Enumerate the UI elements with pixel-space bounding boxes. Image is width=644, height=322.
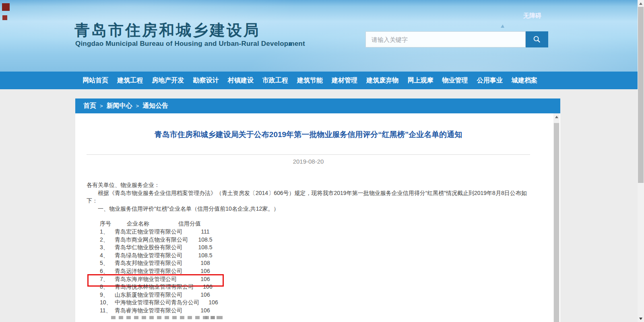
nav-item-1[interactable]: 建筑工程 — [117, 76, 143, 85]
search-icon — [533, 35, 541, 44]
nav-item-11[interactable]: 公用事业 — [477, 76, 503, 85]
company-table-body: 1、青岛宏正物业管理有限公司1112、青岛市商业网点物业有限公司108.53、青… — [100, 228, 530, 315]
cell-name: 青岛远洋物业管理有限公司 — [115, 267, 191, 275]
cell-no: 2、 — [100, 236, 115, 244]
decor-red-square-2 — [2, 15, 7, 20]
nav-item-9[interactable]: 网上观摩 — [407, 76, 433, 85]
paragraph: 根据《青岛市物业服务企业信用档案管理办法》（青土资房发〔2014〕606号）规定… — [87, 189, 530, 205]
article-body: 各有关单位、物业服务企业： 根据《青岛市物业服务企业信用档案管理办法》（青土资房… — [87, 181, 530, 213]
nav-item-7[interactable]: 建材管理 — [332, 76, 357, 85]
nav-item-3[interactable]: 勘察设计 — [193, 76, 219, 85]
cell-name: 中海物业管理有限公司青岛分公司 — [115, 299, 199, 307]
main-nav: 网站首页建筑工程房地产开发勘察设计村镇建设市政工程建筑节能建材管理建筑废弃物网上… — [83, 72, 537, 89]
cell-score: 106 — [191, 291, 219, 299]
cell-name: 青岛海悦东林物业管理有限公司 — [115, 283, 194, 291]
cell-score: 106 — [194, 283, 222, 291]
breadcrumb: 首页>新闻中心>通知公告 — [75, 98, 560, 113]
table-row: 9、山东新厦物业管理有限公司106 — [100, 291, 530, 299]
decor-sailboat-2 — [501, 25, 504, 28]
accessibility-link[interactable]: 无障碍 — [523, 12, 541, 20]
table-row: 8、青岛海悦东林物业管理有限公司106 — [100, 283, 530, 291]
site-subtitle: Qingdao Municipal Bureau of Housing and … — [75, 40, 305, 48]
cell-score: 108.5 — [191, 252, 219, 260]
nav-item-0[interactable]: 网站首页 — [83, 76, 108, 85]
nav-item-12[interactable]: 城建档案 — [512, 76, 537, 85]
cell-score: 108.5 — [191, 244, 219, 252]
page-scrollbar[interactable] — [638, 0, 644, 322]
breadcrumb-item-0[interactable]: 首页 — [83, 102, 96, 110]
paragraph: 一、物业服务信用评价“红榜”企业名单（信用分值前10名企业,共12家。） — [87, 205, 530, 213]
breadcrumb-item-1[interactable]: 新闻中心 — [107, 102, 132, 110]
cell-name: 青岛睿海物业管理有限公司 — [115, 307, 191, 315]
nav-item-6[interactable]: 建筑节能 — [297, 76, 323, 85]
search-input[interactable] — [365, 31, 526, 47]
table-row: 4、青岛绿岛物业管理有限公司108.5 — [100, 252, 530, 260]
cell-no: 3、 — [100, 244, 115, 252]
article-date: 2019-08-20 — [87, 158, 530, 166]
cell-name: 山东新厦物业管理有限公司 — [115, 291, 191, 299]
scroll-up-icon[interactable] — [638, 0, 644, 7]
nav-item-4[interactable]: 村镇建设 — [228, 76, 254, 85]
table-row: 5、青岛友邦物业管理有限公司108 — [100, 259, 530, 267]
cell-score: 106 — [191, 275, 219, 283]
site-title: 青岛市住房和城乡建设局 — [74, 20, 260, 41]
cell-no: 4、 — [100, 252, 115, 260]
table-row-clipped — [100, 315, 530, 322]
cell-no: 8、 — [100, 283, 115, 291]
cell-name: 青岛宏正物业管理有限公司 — [115, 228, 191, 236]
col-header-no: 序号 — [100, 220, 127, 228]
cell-score: 111 — [191, 228, 219, 236]
table-row: 2、青岛市商业网点物业有限公司108.5 — [100, 236, 530, 244]
cell-score: 106 — [199, 299, 227, 307]
cell-no: 11、 — [100, 307, 115, 315]
breadcrumb-item-2[interactable]: 通知公告 — [142, 102, 168, 110]
breadcrumb-separator: > — [100, 103, 103, 109]
nav-item-2[interactable]: 房地产开发 — [152, 76, 184, 85]
cell-score: 106 — [191, 267, 219, 275]
cell-name: 青岛友邦物业管理有限公司 — [115, 259, 191, 267]
col-header-name: 企业名称 — [127, 220, 178, 228]
cell-score: 106 — [191, 307, 219, 315]
table-row: 3、青岛华仁物业股份有限公司108.5 — [100, 244, 530, 252]
scroll-down-icon[interactable] — [638, 315, 644, 322]
article-panel: 青岛市住房和城乡建设局关于公布2019年第一批物业服务信用评分“红黑榜”企业名单… — [75, 113, 560, 322]
col-header-score: 信用分值 — [178, 220, 201, 228]
cell-no: 5、 — [100, 259, 115, 267]
breadcrumb-separator: > — [136, 103, 139, 109]
table-row: 6、青岛远洋物业管理有限公司106 — [100, 267, 530, 275]
table-row: 1、青岛宏正物业管理有限公司111 — [100, 228, 530, 236]
cell-score: 108 — [191, 259, 219, 267]
cell-no: 6、 — [100, 267, 115, 275]
page-scrollbar-thumb[interactable] — [638, 7, 644, 183]
scroll-up-icon[interactable] — [553, 113, 559, 120]
nav-item-10[interactable]: 物业管理 — [442, 76, 468, 85]
content-scrollbar-thumb[interactable] — [554, 123, 559, 322]
cell-no: 7、 — [100, 275, 115, 283]
paragraph: 各有关单位、物业服务企业： — [87, 181, 530, 189]
site-header: 无障碍 青岛市住房和城乡建设局 Qingdao Municipal Bureau… — [0, 0, 644, 72]
main-nav-bar: 网站首页建筑工程房地产开发勘察设计村镇建设市政工程建筑节能建材管理建筑废弃物网上… — [0, 72, 644, 89]
table-row: 11、青岛睿海物业管理有限公司106 — [100, 307, 530, 315]
cell-no: 10、 — [100, 299, 115, 307]
nav-item-5[interactable]: 市政工程 — [262, 76, 288, 85]
cell-score: 108.5 — [191, 236, 219, 244]
company-table-header: 序号企业名称信用分值 — [100, 220, 530, 228]
cell-name: 青岛市商业网点物业有限公司 — [115, 236, 191, 244]
cell-no: 9、 — [100, 291, 115, 299]
article-title: 青岛市住房和城乡建设局关于公布2019年第一批物业服务信用评分“红黑榜”企业名单… — [87, 129, 530, 140]
search-button[interactable] — [526, 31, 548, 47]
cell-name: 青岛绿岛物业管理有限公司 — [115, 252, 191, 260]
table-row: 10、中海物业管理有限公司青岛分公司106 — [100, 299, 530, 307]
content-scrollbar[interactable] — [553, 113, 559, 322]
cell-name: 青岛华仁物业股份有限公司 — [115, 244, 191, 252]
title-divider — [87, 154, 530, 155]
decor-red-square-1 — [2, 3, 10, 11]
cell-no: 1、 — [100, 228, 115, 236]
nav-item-8[interactable]: 建筑废弃物 — [366, 76, 398, 85]
cell-name: 青岛东海岸物业管理公司 — [115, 275, 191, 283]
table-row-highlighted: 7、青岛东海岸物业管理公司106 — [100, 275, 530, 283]
